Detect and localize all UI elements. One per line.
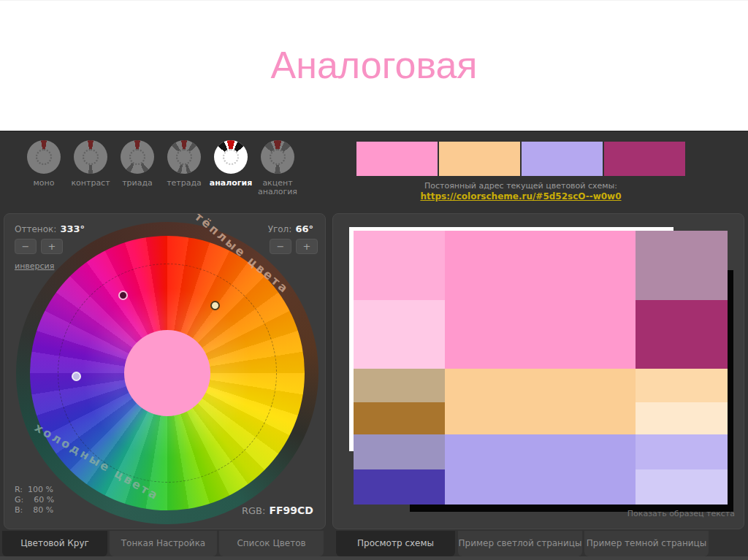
mode-accent-analog-button[interactable]: акцент аналогия — [254, 140, 301, 196]
mode-triad-button[interactable]: триада — [114, 140, 161, 196]
rgb-percent-readout: R:100 % G:60 % B:80 % — [15, 485, 54, 515]
tab-light-page-example[interactable]: Пример светлой страницы — [458, 531, 582, 556]
selected-color-circle — [124, 330, 210, 416]
scheme-block-l6 — [354, 469, 445, 505]
slide-title: Аналоговая — [0, 43, 748, 87]
scheme-mode-toolbar: моно контраст триада тетрада аналогия ак… — [20, 140, 301, 196]
swatch-cool[interactable] — [522, 142, 603, 176]
scheme-block-r4 — [636, 402, 728, 434]
tab-color-wheel[interactable]: Цветовой Круг — [2, 531, 107, 556]
permalink-caption: Постоянный адрес текущей цветовой схемы: — [338, 181, 703, 191]
swatch-warm[interactable] — [439, 142, 520, 176]
tab-fine-tuning[interactable]: Тонкая Настройка — [110, 531, 217, 556]
mono-dial-icon — [27, 140, 61, 174]
rgb-hex-readout: RGB: FF99CD — [242, 503, 313, 517]
scheme-preview-mosaic — [354, 231, 728, 505]
hue-plus-button[interactable]: + — [41, 239, 63, 254]
angle-minus-button[interactable]: − — [270, 239, 291, 254]
scheme-block-m2 — [445, 369, 636, 434]
swatch-dark[interactable] — [604, 142, 685, 176]
scheme-block-r2 — [636, 300, 728, 369]
accent-analog-dial-icon — [261, 140, 294, 174]
scheme-block-l1 — [354, 231, 445, 300]
swatch-primary[interactable] — [356, 142, 438, 176]
scheme-block-l4 — [354, 402, 445, 434]
mode-tetrad-button[interactable]: тетрада — [161, 140, 207, 196]
color-wheel-panel: Оттенок: 333° Угол: 66° − + − + инверсия… — [4, 213, 326, 529]
invert-link[interactable]: инверсия — [15, 261, 54, 271]
mode-mono-button[interactable]: моно — [20, 140, 67, 196]
warm-color-marker[interactable] — [210, 301, 220, 310]
tab-color-list[interactable]: Список Цветов — [219, 531, 324, 556]
scheme-block-l3 — [354, 369, 445, 402]
scheme-block-m3 — [445, 434, 636, 505]
scheme-block-l2 — [354, 300, 445, 369]
slide: Аналоговая моно контраст триада тетрада — [0, 0, 748, 560]
angle-readout: Угол: 66° — [268, 221, 313, 235]
angle-plus-button[interactable]: + — [296, 239, 318, 254]
scheme-block-m1 — [445, 231, 636, 369]
primary-color-marker[interactable] — [118, 291, 128, 300]
bottom-strip — [0, 556, 748, 560]
tab-scheme-preview[interactable]: Просмотр схемы — [336, 531, 455, 556]
mode-contrast-button[interactable]: контраст — [67, 140, 114, 196]
scheme-block-r6 — [636, 469, 728, 505]
color-scheme-app: моно контраст триада тетрада аналогия ак… — [0, 131, 748, 560]
triad-dial-icon — [121, 140, 154, 174]
analog-dial-icon — [214, 140, 248, 174]
scheme-block-r3 — [636, 369, 728, 402]
scheme-block-r5 — [636, 434, 728, 469]
mode-analog-button[interactable]: аналогия — [207, 140, 254, 196]
tab-dark-page-example[interactable]: Пример темной страницы — [584, 531, 709, 556]
scheme-swatches — [356, 142, 685, 176]
scheme-block-r1 — [636, 231, 728, 300]
hue-minus-button[interactable]: − — [15, 239, 37, 254]
contrast-dial-icon — [74, 140, 107, 174]
scheme-preview-panel: Показать образец текста — [332, 213, 744, 529]
permalink-url[interactable]: https://colorscheme.ru/#5d52scO--w0w0 — [338, 191, 703, 202]
show-sample-text-link[interactable]: Показать образец текста — [627, 509, 735, 518]
tetrad-dial-icon — [167, 140, 201, 174]
hue-readout: Оттенок: 333° — [15, 221, 85, 235]
scheme-block-l5 — [354, 434, 445, 469]
cool-color-marker[interactable] — [72, 372, 81, 381]
